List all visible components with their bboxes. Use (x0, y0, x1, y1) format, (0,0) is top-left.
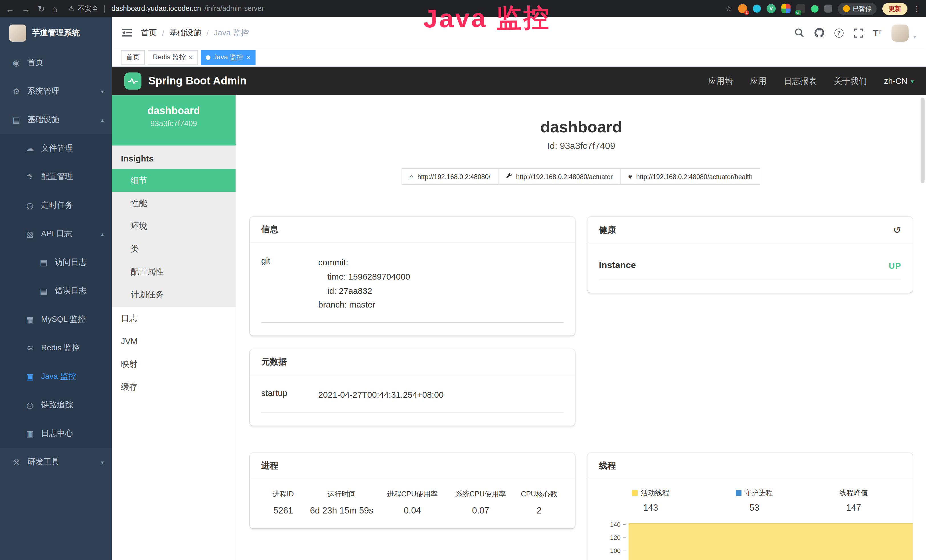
collapse-sidebar-icon[interactable] (122, 29, 132, 37)
sidebar-item-label: MySQL 监控 (41, 314, 86, 325)
nav-applications[interactable]: 应用 (750, 76, 767, 86)
sidebar-item-access-logs[interactable]: ▤ 访问日志 (0, 248, 112, 277)
content-scrollbar-thumb[interactable] (921, 98, 924, 183)
extension-icon-leaf[interactable] (811, 5, 819, 12)
y-axis-tick-label: 140 (601, 521, 620, 528)
wrench-icon (506, 173, 512, 180)
header-actions: ? TT ▾ (794, 24, 916, 41)
help-icon[interactable]: ? (834, 28, 844, 37)
nav-journal[interactable]: 日志报表 (784, 76, 817, 86)
page-subtitle: Id: 93a3fc7f7409 (236, 141, 926, 151)
sba-content: dashboard Id: 93a3fc7f7409 ⌂ http://192.… (236, 95, 926, 560)
sidebar-item-system-management[interactable]: ⚙ 系统管理 ▾ (0, 77, 112, 106)
chevron-down-icon: ▾ (911, 78, 914, 84)
github-icon[interactable] (814, 28, 824, 38)
card-title: 元数据 (261, 357, 287, 368)
y-axis-tick-label: 100 (601, 547, 620, 554)
chrome-update-button[interactable]: 更新 (882, 3, 908, 15)
process-col-header: 运行时间 (305, 490, 378, 499)
nav-wallboard[interactable]: 应用墙 (708, 76, 733, 86)
sba-brand-title: Spring Boot Admin (148, 75, 247, 87)
link-base-url[interactable]: ⌂ http://192.168.0.2:48080/ (401, 168, 498, 185)
sba-item-details[interactable]: 细节 (112, 169, 236, 192)
extension-icon-orange[interactable]: 1 (738, 4, 747, 13)
active-threads-area (629, 523, 912, 560)
extension-icon-grid[interactable] (781, 4, 791, 13)
sidebar-item-api-logs[interactable]: ▧ API 日志 ▴ (0, 219, 112, 248)
fullscreen-icon[interactable] (854, 28, 863, 37)
sidebar-item-config-management[interactable]: ✎ 配置管理 (0, 163, 112, 191)
instance-links: ⌂ http://192.168.0.2:48080/ http://192.1… (236, 168, 926, 185)
sba-item-classes[interactable]: 类 (112, 238, 236, 260)
monitor-icon: ▤ (11, 115, 21, 124)
back-icon[interactable]: ← (6, 4, 14, 13)
paused-badge[interactable]: 已暂停 (838, 3, 877, 15)
tab-java-monitor[interactable]: Java 监控 × (201, 50, 255, 65)
redis-icon: ≋ (25, 344, 35, 353)
bookmark-star-icon[interactable]: ☆ (725, 4, 732, 13)
sidebar-item-infrastructure[interactable]: ▤ 基础设施 ▴ (0, 106, 112, 134)
sidebar-item-mysql-monitor[interactable]: ▦ MySQL 监控 (0, 305, 112, 334)
extension-icon-misc[interactable] (824, 5, 832, 12)
legend-label: 线程峰值 (839, 488, 868, 498)
link-url: http://192.168.0.2:48080/actuator (516, 173, 613, 180)
app-header: 首页 / 基础设施 / Java 监控 ? TT ▾ (112, 17, 926, 48)
info-key: git (261, 256, 318, 312)
sba-body: dashboard 93a3fc7f7409 Insights 细节 性能 环境… (112, 95, 926, 560)
sba-item-logs[interactable]: 日志 (112, 307, 236, 330)
git-id-line: id: 27aa832 (318, 284, 563, 298)
user-avatar[interactable] (892, 24, 909, 41)
browser-home-icon[interactable]: ⌂ (52, 4, 57, 13)
sidebar-item-dev-tools[interactable]: ⚒ 研发工具 ▾ (0, 448, 112, 477)
history-icon[interactable]: ↺ (893, 224, 902, 236)
sidebar-item-log-center[interactable]: ▥ 日志中心 (0, 419, 112, 448)
forward-icon[interactable]: → (22, 4, 30, 13)
close-icon[interactable]: × (189, 53, 193, 61)
info-card-header: 信息 (250, 217, 575, 243)
breadcrumb-infrastructure[interactable]: 基础设施 (169, 28, 201, 38)
address-bar[interactable]: ⚠ 不安全 dashboard.yudao.iocoder.cn/infra/a… (68, 4, 264, 14)
card-title: 进程 (261, 460, 278, 471)
sba-item-jvm[interactable]: JVM (112, 330, 236, 353)
sba-item-caches[interactable]: 缓存 (112, 375, 236, 398)
breadcrumb-current: Java 监控 (214, 28, 249, 38)
sba-item-config-props[interactable]: 配置属性 (112, 260, 236, 283)
on-badge: on (795, 10, 801, 15)
search-icon[interactable] (794, 28, 804, 38)
sidebar-item-redis-monitor[interactable]: ≋ Redis 监控 (0, 334, 112, 362)
sidebar-item-scheduled-jobs[interactable]: ◷ 定时任务 (0, 191, 112, 219)
sidebar-item-label: Java 监控 (41, 371, 76, 382)
nav-about[interactable]: 关于我们 (834, 76, 867, 86)
sidebar-item-file-management[interactable]: ☁ 文件管理 (0, 134, 112, 163)
sba-sidebar: dashboard 93a3fc7f7409 Insights 细节 性能 环境… (112, 95, 236, 560)
legend-value: 53 (736, 502, 773, 513)
reload-icon[interactable]: ↻ (38, 4, 45, 13)
tab-home[interactable]: 首页 (121, 50, 145, 65)
sidebar-item-label: Redis 监控 (41, 343, 80, 353)
link-actuator-url[interactable]: http://192.168.0.2:48080/actuator (498, 168, 621, 185)
sba-item-scheduled-tasks[interactable]: 计划任务 (112, 283, 236, 306)
sidebar-item-error-logs[interactable]: ▤ 错误日志 (0, 277, 112, 305)
extension-icon-drop[interactable] (753, 5, 761, 12)
trace-icon: ◎ (25, 401, 35, 410)
close-icon[interactable]: × (246, 53, 250, 61)
y-axis-tick (623, 524, 626, 525)
sidebar-item-home[interactable]: ◉ 首页 (0, 48, 112, 77)
font-size-icon[interactable]: TT (873, 29, 882, 37)
extension-icon-vue[interactable]: V (767, 4, 776, 13)
info-card: 信息 git commit: time: 1596289704000 id: 2… (250, 217, 575, 336)
sba-navbar: Spring Boot Admin 应用墙 应用 日志报表 关于我们 zh-CN… (112, 67, 926, 95)
sba-item-mappings[interactable]: 映射 (112, 353, 236, 375)
locale-select[interactable]: zh-CN ▾ (884, 76, 914, 86)
browser-menu-icon[interactable]: ⋮ (913, 4, 921, 13)
breadcrumb-home[interactable]: 首页 (141, 28, 157, 38)
sidebar-item-link-tracing[interactable]: ◎ 链路追踪 (0, 391, 112, 419)
sba-item-performance[interactable]: 性能 (112, 192, 236, 215)
tab-redis-monitor[interactable]: Redis 监控 × (148, 50, 198, 65)
sba-brand[interactable]: Spring Boot Admin (124, 73, 247, 89)
avatar-caret-icon[interactable]: ▾ (914, 34, 916, 41)
sidebar-item-java-monitor[interactable]: ▣ Java 监控 (0, 362, 112, 391)
extension-icon-blocker[interactable]: on (796, 4, 805, 13)
link-health-url[interactable]: ♥ http://192.168.0.2:48080/actuator/heal… (620, 168, 761, 185)
sba-item-environment[interactable]: 环境 (112, 215, 236, 238)
